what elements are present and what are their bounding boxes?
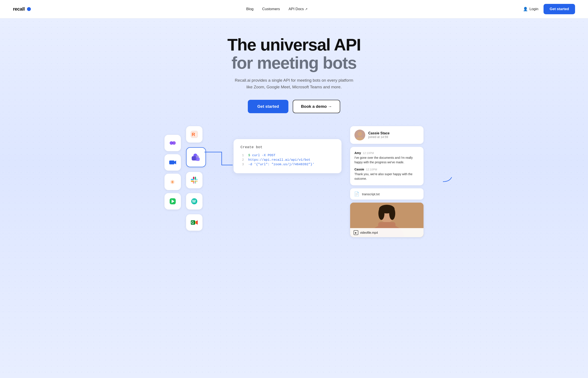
- svg-rect-27: [195, 222, 196, 223]
- logo[interactable]: recall: [13, 6, 31, 12]
- msg2-author: Cassie: [354, 168, 364, 171]
- hero-section: The universal API for meeting bots Recal…: [0, 18, 588, 378]
- svg-text:G: G: [191, 221, 194, 224]
- code-line-1: 1 $ curl -X POST: [240, 154, 335, 157]
- svg-rect-18: [195, 177, 196, 180]
- platform-icon-other1: ✳: [165, 174, 181, 190]
- platform-icon-zoom: [165, 154, 181, 171]
- code-line-2: 2 https://api.recall.ai/api/v1/bot: [240, 158, 335, 162]
- login-link[interactable]: 👤 Login: [523, 7, 538, 12]
- platform-icon-other2: [165, 193, 181, 210]
- api-docs-link[interactable]: API Docs ↗: [289, 7, 308, 11]
- video-file: ▶ videofile.mp4: [350, 202, 423, 237]
- document-icon: 📄: [354, 191, 359, 197]
- hero-title: The universal API for meeting bots: [227, 36, 361, 72]
- platform-icon-slack: [186, 172, 202, 188]
- nav-get-started-button[interactable]: Get started: [544, 4, 575, 14]
- msg1-text: I've gone over the documents and I'm rea…: [354, 156, 419, 165]
- joined-name: Cassie Stace: [368, 131, 390, 135]
- svg-rect-20: [191, 181, 194, 182]
- svg-text:✳: ✳: [170, 179, 175, 185]
- customers-link[interactable]: Customers: [262, 7, 280, 11]
- platform-icon-vowel: [165, 135, 181, 151]
- demo-area: ✳ R: [143, 126, 445, 237]
- code-lines: 1 $ curl -X POST 2 https://api.recall.ai…: [240, 154, 335, 166]
- hero-buttons: Get started Book a demo →: [248, 100, 340, 113]
- nav-right: 👤 Login Get started: [523, 4, 575, 14]
- chat-messages: Amy 12:10PM I've gone over the documents…: [350, 147, 423, 185]
- svg-rect-13: [196, 158, 200, 161]
- cassie-avatar: [354, 130, 365, 140]
- svg-text:W: W: [192, 199, 196, 203]
- msg1-time: 12:10PM: [363, 151, 374, 155]
- svg-rect-16: [191, 179, 194, 180]
- svg-point-29: [358, 132, 362, 136]
- svg-rect-21: [195, 181, 198, 182]
- transcript-file: 📄 transcript.txt: [350, 188, 423, 200]
- hero-description: Recall.ai provides a single API for meet…: [231, 77, 357, 90]
- user-icon: 👤: [523, 7, 528, 12]
- play-icon: ▶: [353, 230, 358, 235]
- svg-point-1: [172, 141, 176, 145]
- svg-marker-3: [174, 161, 176, 164]
- msg2-time: 12:10PM: [366, 168, 377, 171]
- right-connector: [443, 175, 456, 188]
- code-line-3: 3 -d '{"url": "zoom.us/j/74648392"}': [240, 163, 335, 166]
- chat-joined-notification: Cassie Stace joined at 14:59: [350, 126, 423, 144]
- logo-text: recall: [13, 6, 25, 12]
- icon-column-left: ✳: [165, 135, 181, 210]
- video-filename: videofile.mp4: [360, 231, 378, 234]
- chat-message-1: Amy 12:10PM I've gone over the documents…: [354, 151, 419, 165]
- msg1-author: Amy: [354, 151, 361, 155]
- svg-rect-2: [169, 161, 174, 164]
- blog-link[interactable]: Blog: [246, 7, 254, 11]
- icon-column-right: R: [186, 126, 206, 231]
- platform-icon-webex: W: [186, 193, 202, 210]
- hero-get-started-button[interactable]: Get started: [248, 100, 288, 113]
- platform-icon-gmeet: G: [186, 214, 202, 231]
- svg-text:R: R: [192, 132, 195, 137]
- svg-point-36: [379, 207, 384, 220]
- code-panel: Create bot 1 $ curl -X POST 2 https://ap…: [234, 139, 341, 173]
- nav-links: Blog Customers API Docs ↗: [246, 7, 308, 11]
- hero-book-demo-button[interactable]: Book a demo →: [293, 100, 340, 113]
- msg2-text: Thank you, we're also super happy with t…: [354, 172, 419, 181]
- video-label: ▶ videofile.mp4: [350, 228, 423, 237]
- platform-icon-teams: [186, 147, 206, 167]
- chat-panel: Cassie Stace joined at 14:59 Amy 12:10PM…: [350, 126, 423, 237]
- transcript-filename: transcript.txt: [362, 192, 380, 196]
- platform-icon-recall: R: [186, 126, 202, 143]
- code-panel-title: Create bot: [240, 145, 335, 149]
- chat-message-2: Cassie 12:10PM Thank you, we're also sup…: [354, 168, 419, 181]
- joined-time: joined at 14:59: [368, 135, 390, 139]
- navigation: recall Blog Customers API Docs ↗ 👤 Login…: [0, 0, 588, 18]
- svg-point-37: [389, 207, 395, 220]
- logo-dot: [27, 7, 31, 11]
- platform-icons: ✳ R: [165, 126, 234, 217]
- external-link-icon: ↗: [305, 7, 308, 11]
